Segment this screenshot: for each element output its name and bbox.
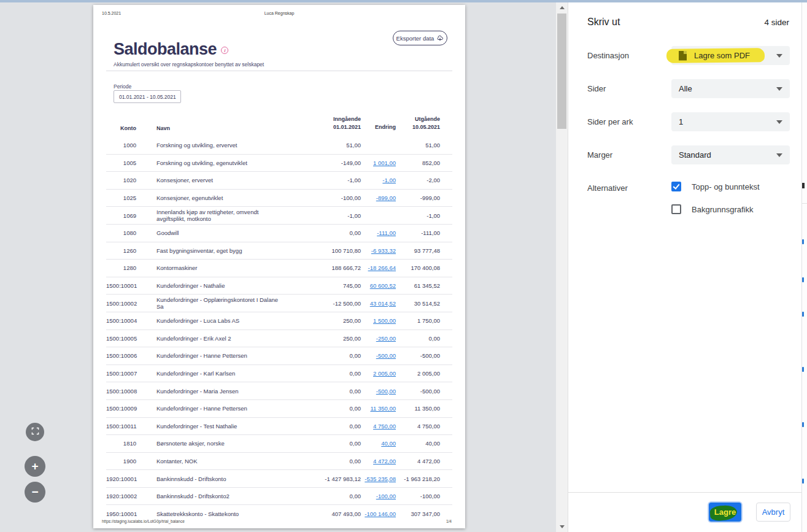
table-row: 1500:10001Kundefordringer - Nathalie745,…: [106, 277, 452, 295]
pages-select[interactable]: Alle: [671, 79, 790, 98]
zoom-out-button[interactable]: −: [25, 482, 45, 503]
cell-endring: 43 014,52: [361, 300, 396, 307]
unchecked-checkbox-icon[interactable]: [671, 204, 681, 214]
divider: [106, 71, 452, 71]
table-row: 1500:10007Kundefordringer - Karl Karlsen…: [106, 365, 452, 383]
pages-per-sheet-label: Sider per ark: [587, 117, 633, 126]
period-input[interactable]: [114, 90, 181, 103]
info-icon[interactable]: i: [221, 47, 228, 54]
table-row: 1500:10008Kundefordringer - Maria Jensen…: [106, 382, 452, 400]
minus-icon: −: [31, 485, 38, 499]
cell-navn: Goodwill: [156, 229, 288, 236]
table-row: 1260Fast bygningsinventar, eget bygg100 …: [106, 242, 452, 260]
table-row: 1000Forskning og utvikling, ervervet51,0…: [106, 137, 452, 155]
table-row: 1920:10002Bankinnskudd - Driftskonto20,0…: [106, 488, 452, 506]
destination-select[interactable]: Lagre som PDF: [671, 46, 790, 65]
table-row: 1080Goodwill0,00-111,00-111,00: [106, 225, 452, 242]
endring-link[interactable]: 1 001,00: [373, 160, 396, 166]
cell-endring: -100 146,00: [361, 511, 396, 517]
cell-utgaende: 61 345,52: [396, 282, 452, 289]
table-row: 1500:10009Kundefordringer - Hanne Petter…: [106, 400, 452, 418]
col-header-konto: Konto: [106, 125, 136, 131]
endring-link[interactable]: 4 472,00: [373, 458, 396, 465]
cell-konto: 1500:10006: [106, 352, 136, 359]
endring-link[interactable]: 4 750,00: [373, 423, 396, 430]
period-label: Periode: [114, 83, 131, 90]
endring-link[interactable]: -250,00: [376, 335, 396, 342]
checked-checkbox-icon[interactable]: [671, 182, 681, 191]
table-row: 1025Konsesjoner, egenutviklet-100,00-899…: [106, 190, 452, 207]
endring-link[interactable]: -1,00: [382, 177, 396, 183]
cell-utgaende: -500,00: [396, 352, 452, 359]
cell-endring: -535 235,08: [361, 476, 396, 482]
document-page-1: 10.5.2021 Luca Regnskap Eksporter data S…: [93, 5, 465, 528]
export-data-button[interactable]: Eksporter data: [393, 31, 447, 45]
margins-label: Marger: [587, 150, 612, 160]
cell-inngaende: -1,00: [288, 177, 361, 183]
cell-inngaende: 0,00: [288, 229, 361, 236]
fit-to-page-button[interactable]: [26, 423, 44, 441]
endring-link[interactable]: -535 235,08: [365, 476, 396, 482]
background-text-fragment: [802, 183, 805, 188]
background-graphics-checkbox-row[interactable]: Bakgrunnsgrafikk: [671, 204, 753, 214]
cell-utgaende: 93 777,48: [396, 247, 452, 254]
scrollbar-down-arrow[interactable]: [556, 522, 568, 532]
background-link-fragment: [802, 277, 804, 282]
cell-inngaende: 0,00: [288, 458, 361, 465]
cell-inngaende: 0,00: [288, 370, 361, 377]
chevron-down-icon: [776, 153, 782, 157]
zoom-in-button[interactable]: +: [25, 456, 45, 477]
pages-per-sheet-select[interactable]: 1: [671, 112, 790, 131]
scrollbar-up-arrow[interactable]: [556, 2, 568, 13]
background-link-fragment: [802, 422, 804, 427]
endring-link[interactable]: 40,00: [381, 440, 396, 447]
cell-konto: 1900: [106, 458, 136, 465]
cell-konto: 1500:10001: [106, 282, 136, 289]
endring-link[interactable]: 43 014,52: [370, 300, 396, 307]
endring-link[interactable]: 60 600,52: [370, 282, 396, 289]
endring-link[interactable]: -500,00: [376, 352, 396, 359]
print-footer-page-number: 1/4: [446, 519, 452, 523]
endring-link[interactable]: 11 350,00: [370, 405, 396, 412]
endring-link[interactable]: -899,00: [376, 195, 396, 201]
cell-endring: -111,00: [361, 229, 396, 236]
margins-select[interactable]: Standard: [671, 145, 790, 164]
cell-inngaende: 250,00: [288, 335, 361, 342]
cell-konto: 1280: [106, 264, 136, 271]
cell-endring: -18 266,64: [361, 264, 396, 271]
cell-endring: 40,00: [361, 440, 396, 447]
cell-inngaende: 188 666,72: [288, 264, 361, 271]
print-dialog-title: Skriv ut: [587, 17, 620, 28]
cell-utgaende: 4 750,00: [396, 423, 452, 430]
cell-inngaende: 407 493,00: [288, 511, 361, 517]
endring-link[interactable]: -111,00: [377, 229, 396, 236]
cell-navn: Kundefordringer - Luca Labs AS: [156, 317, 288, 324]
col-header-navn: Navn: [156, 125, 288, 131]
print-dialog-panel: Skriv ut 4 sider Destinasjon Lagre som P…: [568, 0, 801, 532]
endring-link[interactable]: -100 146,00: [365, 511, 396, 517]
endring-link[interactable]: 1 500,00: [373, 317, 396, 324]
cell-konto: 1500:10007: [106, 370, 136, 377]
cell-utgaende: 307 347,00: [396, 511, 452, 517]
destination-label: Destinasjon: [587, 51, 629, 60]
cell-navn: Børsnoterte aksjer, norske: [156, 440, 288, 447]
cell-endring: -250,00: [361, 335, 396, 342]
headers-footers-checkbox-row[interactable]: Topp- og bunntekst: [671, 182, 760, 191]
scrollbar-thumb[interactable]: [557, 13, 566, 129]
cell-inngaende: 0,00: [288, 423, 361, 430]
endring-link[interactable]: -6 933,32: [371, 247, 396, 254]
print-preview-area: 10.5.2021 Luca Regnskap Eksporter data S…: [0, 0, 556, 532]
cancel-button[interactable]: Avbryt: [756, 503, 790, 522]
cell-endring: -500,00: [361, 352, 396, 359]
endring-link[interactable]: -500,00: [376, 388, 396, 395]
cell-inngaende: -1 427 983,12: [288, 476, 361, 482]
endring-link[interactable]: 2 005,00: [373, 370, 396, 377]
endring-link[interactable]: -100,00: [376, 493, 396, 499]
cell-inngaende: 0,00: [288, 493, 361, 499]
cell-inngaende: 250,00: [288, 317, 361, 324]
endring-link[interactable]: -18 266,64: [368, 264, 396, 271]
table-row: 1020Konsesjoner, ervervet-1,00-1,00-2,00: [106, 172, 452, 190]
save-button[interactable]: Lagre: [709, 503, 741, 522]
cell-utgaende: -2,00: [396, 177, 452, 183]
preview-scrollbar[interactable]: [556, 2, 568, 532]
